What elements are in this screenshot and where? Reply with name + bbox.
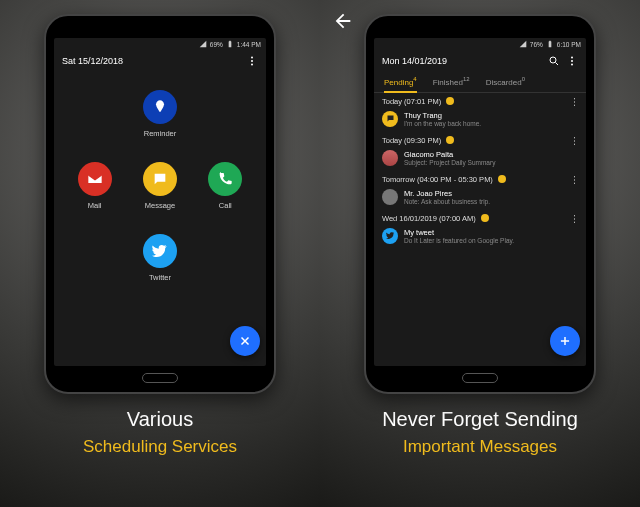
close-icon: [238, 334, 252, 348]
service-mail[interactable]: Mail: [62, 162, 127, 234]
section-menu[interactable]: ⋯: [571, 214, 577, 223]
twitter-icon: [143, 234, 177, 268]
section-header: Wed 16/01/2019 (07:00 AM) ⋯: [374, 210, 586, 225]
battery-icon: [226, 40, 234, 49]
avatar: [382, 150, 398, 166]
clock-text: 1:44 PM: [237, 41, 261, 48]
message-icon: [143, 162, 177, 196]
schedule-list: Today (07:01 PM) ⋯ Thuy Trang I'm on the…: [374, 93, 586, 366]
section-header: Today (07:01 PM) ⋯: [374, 93, 586, 108]
item-sub: Subject: Project Daily Summary: [404, 159, 495, 166]
caption: Never Forget Sending Important Messages: [382, 408, 578, 457]
section-menu[interactable]: ⋯: [571, 97, 577, 106]
phone-frame: 76% 6:10 PM Mon 14/01/2019 Pending4 Fini…: [364, 14, 596, 394]
call-icon: [208, 162, 242, 196]
status-bar: 69% 1:44 PM: [54, 38, 266, 50]
service-reminder[interactable]: Reminder: [127, 90, 192, 162]
mail-icon: [78, 162, 112, 196]
tabs: Pending4 Finished12 Discarded0: [374, 72, 586, 93]
caption-line-1: Never Forget Sending: [382, 408, 578, 431]
caption-line-1: Various: [83, 408, 237, 431]
avatar: [382, 228, 398, 244]
section-menu[interactable]: ⋯: [571, 175, 577, 184]
search-icon[interactable]: [548, 55, 560, 67]
section-time: Tomorrow (04:00 PM - 05:30 PM): [382, 175, 493, 184]
status-dot-icon: [446, 136, 454, 144]
caption-line-2: Scheduling Services: [83, 437, 237, 457]
plus-icon: [558, 334, 572, 348]
svg-point-6: [571, 64, 573, 66]
section-time: Wed 16/01/2019 (07:00 AM): [382, 214, 476, 223]
battery-text: 69%: [210, 41, 223, 48]
item-title: Mr. Joao Pires: [404, 189, 490, 198]
service-label: Reminder: [144, 129, 177, 138]
svg-point-2: [251, 64, 253, 66]
header-date: Sat 15/12/2018: [62, 56, 123, 66]
signal-icon: [519, 40, 527, 49]
status-dot-icon: [481, 214, 489, 222]
list-item[interactable]: Thuy Trang I'm on the way back home.: [374, 108, 586, 132]
svg-point-0: [251, 57, 253, 59]
promo-panel-left: 69% 1:44 PM Sat 15/12/2018 Reminder Mail: [0, 0, 320, 507]
more-icon[interactable]: [566, 55, 578, 67]
section-time: Today (07:01 PM): [382, 97, 441, 106]
section-header: Today (09:30 PM) ⋯: [374, 132, 586, 147]
tab-pending[interactable]: Pending4: [384, 72, 417, 92]
battery-text: 76%: [530, 41, 543, 48]
item-sub: I'm on the way back home.: [404, 120, 481, 127]
phone-frame: 69% 1:44 PM Sat 15/12/2018 Reminder Mail: [44, 14, 276, 394]
item-title: My tweet: [404, 228, 514, 237]
caption: Various Scheduling Services: [83, 408, 237, 457]
app-header: Mon 14/01/2019: [374, 50, 586, 72]
svg-point-3: [550, 57, 556, 63]
item-title: Thuy Trang: [404, 111, 481, 120]
promo-panel-right: 76% 6:10 PM Mon 14/01/2019 Pending4 Fini…: [320, 0, 640, 507]
list-item[interactable]: My tweet Do It Later is featured on Goog…: [374, 225, 586, 249]
service-call[interactable]: Call: [193, 162, 258, 234]
services-grid: Reminder Mail Message Call: [54, 72, 266, 366]
header-date: Mon 14/01/2019: [382, 56, 447, 66]
screen-right: 76% 6:10 PM Mon 14/01/2019 Pending4 Fini…: [374, 38, 586, 366]
fab-close[interactable]: [230, 326, 260, 356]
service-label: Mail: [88, 201, 102, 210]
status-bar: 76% 6:10 PM: [374, 38, 586, 50]
svg-point-5: [571, 60, 573, 62]
caption-line-2: Important Messages: [382, 437, 578, 457]
list-item[interactable]: Giacomo Paita Subject: Project Daily Sum…: [374, 147, 586, 171]
service-message[interactable]: Message: [127, 162, 192, 234]
svg-point-1: [251, 60, 253, 62]
status-dot-icon: [498, 175, 506, 183]
item-sub: Do It Later is featured on Google Play.: [404, 237, 514, 244]
section-menu[interactable]: ⋯: [571, 136, 577, 145]
battery-icon: [546, 40, 554, 49]
app-header: Sat 15/12/2018: [54, 50, 266, 72]
item-sub: Note: Ask about business trip.: [404, 198, 490, 205]
service-label: Call: [219, 201, 232, 210]
avatar: [382, 189, 398, 205]
section-time: Today (09:30 PM): [382, 136, 441, 145]
service-label: Twitter: [149, 273, 171, 282]
service-twitter[interactable]: Twitter: [127, 234, 192, 306]
reminder-icon: [143, 90, 177, 124]
back-button[interactable]: [332, 10, 354, 32]
tab-finished[interactable]: Finished12: [433, 72, 470, 92]
signal-icon: [199, 40, 207, 49]
avatar: [382, 111, 398, 127]
svg-point-4: [571, 57, 573, 59]
list-item[interactable]: Mr. Joao Pires Note: Ask about business …: [374, 186, 586, 210]
fab-add[interactable]: [550, 326, 580, 356]
status-dot-icon: [446, 97, 454, 105]
screen-left: 69% 1:44 PM Sat 15/12/2018 Reminder Mail: [54, 38, 266, 366]
clock-text: 6:10 PM: [557, 41, 581, 48]
service-label: Message: [145, 201, 175, 210]
item-title: Giacomo Paita: [404, 150, 495, 159]
section-header: Tomorrow (04:00 PM - 05:30 PM) ⋯: [374, 171, 586, 186]
tab-discarded[interactable]: Discarded0: [486, 72, 525, 92]
more-icon[interactable]: [246, 55, 258, 67]
